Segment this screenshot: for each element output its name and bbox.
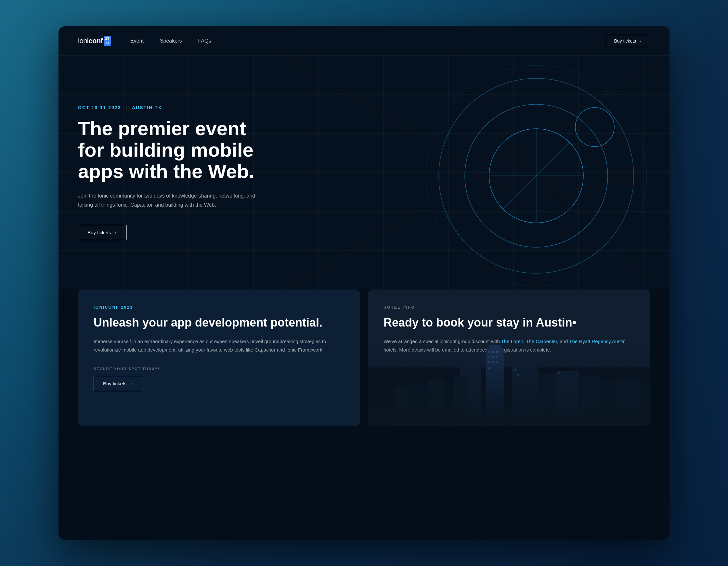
hero-content: OCT 10-11 2023 | AUSTIN TX The premier e… [59, 105, 293, 240]
card-hotel: HOTEL INFO Ready to book your stay in Au… [368, 289, 650, 426]
hero-buy-tickets-button[interactable]: Buy tickets → [78, 225, 127, 240]
hero-title: The premier event for building mobile ap… [78, 118, 273, 182]
card-right-title: Ready to book your stay in Austin• [383, 315, 634, 329]
logo-year-badge: 23 23 [104, 36, 111, 45]
card-left-label: IONICONF 2023 [94, 305, 345, 310]
svg-rect-56 [368, 341, 650, 426]
hero-date: OCT 10-11 2023 | AUSTIN TX [78, 105, 273, 110]
nav-link-speakers[interactable]: Speakers [160, 38, 182, 44]
nav-link-event[interactable]: Event [130, 38, 144, 44]
browser-window: ioniconf 23 23 Event Speakers FAQs Buy t… [59, 26, 669, 540]
hero-section: OCT 10-11 2023 | AUSTIN TX The premier e… [59, 56, 669, 289]
svg-point-21 [575, 108, 614, 147]
nav-link-faqs[interactable]: FAQs [198, 38, 211, 44]
cards-section: IONICONF 2023 Unleash your app developme… [59, 289, 669, 540]
card-ioniconf: IONICONF 2023 Unleash your app developme… [78, 289, 360, 426]
card-right-label: HOTEL INFO [383, 305, 634, 310]
card-left-description: Immerse yourself in an extraordinary exp… [94, 337, 345, 354]
navigation: ioniconf 23 23 Event Speakers FAQs Buy t… [59, 26, 669, 56]
logo-text: ioniconf [78, 37, 103, 45]
hero-description: Join the Ionic community for two days of… [78, 191, 260, 209]
hero-circles-graphic [423, 59, 650, 286]
city-skyline-image [368, 341, 650, 426]
card-left-buy-tickets-button[interactable]: Buy tickets → [94, 376, 142, 391]
card-left-cta-label: SECURE YOUR SPOT TODAY! [94, 367, 345, 371]
card-left-title: Unleash your app development potential. [94, 315, 345, 329]
nav-buy-tickets-button[interactable]: Buy tickets → [606, 35, 650, 47]
logo: ioniconf 23 23 [78, 36, 111, 45]
nav-links: Event Speakers FAQs [130, 38, 606, 44]
